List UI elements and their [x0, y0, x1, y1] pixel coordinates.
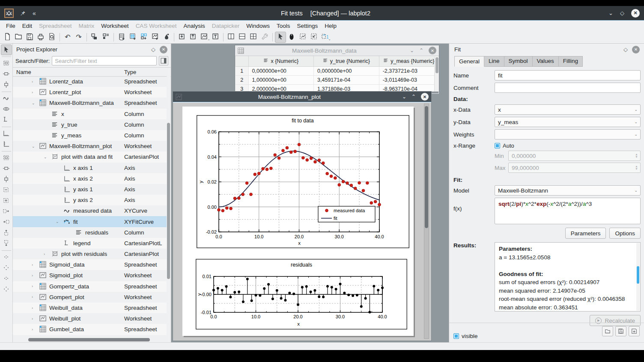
model-combobox[interactable]: Maxwell-Boltzmann⌄: [495, 185, 641, 196]
auto-scale-y-button[interactable]: [1, 174, 12, 185]
text-label-button[interactable]: [210, 32, 221, 43]
tree-row-lorentz_plot[interactable]: ›Lorentz_plotWorksheet: [13, 87, 167, 98]
parameters-button[interactable]: Parameters: [565, 228, 606, 239]
worksheet-view[interactable]: fit to data0.010.020.030.040.0-0.020.000…: [173, 103, 431, 341]
row-number[interactable]: 2: [236, 75, 249, 84]
zoom-x-button[interactable]: [1, 196, 12, 206]
shift-up-button[interactable]: [1, 228, 12, 238]
print-button[interactable]: [35, 32, 46, 43]
scrollbar-thumb[interactable]: [425, 106, 428, 228]
tab-symbol[interactable]: Symbol: [504, 56, 533, 67]
expand-icon[interactable]: ›: [32, 273, 33, 278]
split-horizontal-button[interactable]: [237, 32, 248, 43]
tree-row-y_true[interactable]: y_trueColumn: [13, 119, 167, 130]
expand-icon[interactable]: ›: [44, 252, 45, 256]
tree-row-gumbel_data[interactable]: ›Gumbel_dataSpreadsheet: [13, 324, 167, 335]
window-maximize-icon[interactable]: ⌃: [419, 47, 423, 53]
min-spinbox[interactable]: 0,000000▲▼: [508, 151, 641, 161]
select-mode-button[interactable]: [275, 32, 286, 43]
tree-row-y_meas[interactable]: y_measColumn: [13, 130, 167, 141]
split-vertical-button[interactable]: [226, 32, 237, 43]
worksheet-window[interactable]: Maxwell-Boltzmann_plot ⌄ ⌃ ✕ fit to data…: [173, 91, 432, 341]
expand-icon[interactable]: ›: [32, 295, 33, 299]
plot-residuals[interactable]: residuals0.010.020.030.040.0-0.010.000.0…: [196, 259, 407, 331]
tree-row-lorentz_data[interactable]: ›Lorentz_dataSpreadsheet: [13, 76, 167, 87]
new-matrix-button[interactable]: [127, 32, 138, 43]
corner-header[interactable]: [236, 56, 249, 66]
import-button[interactable]: [176, 32, 188, 43]
tab-line[interactable]: Line: [484, 56, 504, 67]
ydata-combobox[interactable]: y_meas⌄: [495, 117, 641, 127]
worksheet-window-titlebar[interactable]: Maxwell-Boltzmann_plot ⌄ ⌃ ✕: [173, 92, 431, 102]
worksheet-scrollbar[interactable]: [424, 104, 429, 339]
add-x-axis-button[interactable]: [1, 128, 12, 139]
nudge-v-button[interactable]: [1, 284, 12, 295]
tree-row-plot-with-residuals[interactable]: ›plot with residualsCartesianPlot: [13, 249, 167, 259]
open-file-button[interactable]: [13, 32, 24, 43]
scrollbar-thumb[interactable]: [435, 57, 438, 73]
spreadsheet-scrollbar[interactable]: [434, 56, 439, 92]
save-result-button[interactable]: [615, 326, 626, 336]
maximize-icon[interactable]: ◇: [620, 10, 624, 16]
nudge-x-button[interactable]: [1, 252, 12, 263]
name-column-header[interactable]: Name: [13, 69, 124, 75]
navigate-mode-button[interactable]: [286, 32, 297, 43]
tree-row-fit[interactable]: ⌄fitXYFitCurve: [13, 216, 167, 227]
window-close-icon[interactable]: ✕: [429, 47, 436, 54]
close-icon[interactable]: ✕: [631, 9, 640, 18]
print-preview-button[interactable]: [46, 32, 57, 43]
menu-file[interactable]: File: [3, 22, 19, 30]
menu-windows[interactable]: Windows: [243, 22, 273, 30]
options-button[interactable]: Options: [609, 228, 641, 239]
edit-layout-button[interactable]: [259, 32, 270, 43]
grid-layout-button[interactable]: [248, 32, 259, 43]
tree-row-sigmoid_plot[interactable]: ›Sigmoid_plotWorksheet: [13, 270, 167, 281]
collapse-icon[interactable]: ⌄: [56, 220, 59, 224]
filter-options-icon[interactable]: [159, 56, 168, 65]
expand-icon[interactable]: ›: [32, 327, 33, 332]
expand-icon[interactable]: ›: [32, 317, 33, 321]
spreadsheet-window[interactable]: Maxwell-Boltzmann_data ⌄ ⌃ ✕ x {Numeric}…: [235, 45, 439, 92]
comment-field[interactable]: [495, 83, 641, 93]
add-equation-curve-button[interactable]: [1, 104, 12, 115]
window-maximize-icon[interactable]: ⌃: [411, 94, 416, 100]
tree-row-gompert_plot[interactable]: ›Gompert_plotWorksheet: [13, 292, 167, 303]
cell[interactable]: 3,459171e-04: [314, 75, 379, 84]
tree-row-sigmoid_data[interactable]: ›Sigmoid_dataSpreadsheet: [13, 259, 167, 270]
tree-row-maxwell-boltzmann_data[interactable]: ⌄Maxwell-Boltzmann_dataSpreadsheet: [13, 98, 167, 108]
tree-row-gompertz_data[interactable]: ›Gompertz_dataSpreadsheet: [13, 281, 167, 292]
worksheet-paper[interactable]: fit to data0.010.020.030.040.0-0.020.000…: [182, 107, 414, 336]
add-y-axis-button[interactable]: [1, 139, 12, 150]
zoom-fit-button[interactable]: ⌄: [199, 32, 210, 43]
name-field[interactable]: [495, 70, 641, 80]
tree-row-legend[interactable]: legendCartesianPlotL: [13, 238, 167, 249]
expand-icon[interactable]: ›: [32, 284, 33, 288]
float-dock-icon[interactable]: ◇: [151, 46, 155, 53]
explorer-horizontal-scrollbar[interactable]: [16, 338, 165, 341]
new-spreadsheet-button[interactable]: [116, 32, 127, 43]
expand-icon[interactable]: ›: [32, 263, 33, 267]
zoom-area-button[interactable]: [1, 185, 12, 196]
explorer-vertical-scrollbar[interactable]: [167, 76, 170, 336]
tree-row-maxwell-boltzmann_plot[interactable]: ⌄Maxwell-Boltzmann_plotWorksheet: [13, 141, 167, 151]
type-column-header[interactable]: Type: [124, 69, 136, 75]
select-region-mode-button[interactable]: [308, 32, 319, 43]
expand-icon[interactable]: ›: [32, 80, 33, 84]
plot-fit-to-data[interactable]: fit to data0.010.020.030.040.0-0.020.000…: [197, 115, 409, 249]
column-header[interactable]: y_true {Numeric}: [314, 56, 379, 66]
pointer-button[interactable]: [1, 45, 12, 55]
formula-editor[interactable]: sqrt(2/pi)*x^2*exp(-x^2/(2*a^2))/a^3: [495, 198, 641, 224]
fit-results[interactable]: Parameters:a = 13.1565±2.0508 Goodness o…: [495, 242, 641, 312]
new-workbook-button[interactable]: [89, 32, 100, 43]
export-button[interactable]: [188, 32, 199, 43]
collapse-icon[interactable]: ⌄: [32, 144, 35, 148]
new-worksheet-button[interactable]: [149, 32, 161, 43]
tree-row-y-axis-1[interactable]: y axis 1Axis: [13, 184, 167, 195]
add-curve-button[interactable]: [1, 93, 12, 104]
minimize-icon[interactable]: ⌄: [608, 10, 613, 16]
cell[interactable]: 0,000000e+00: [314, 66, 379, 75]
tab-general[interactable]: General: [454, 56, 484, 67]
close-dock-icon[interactable]: ✕: [632, 46, 640, 53]
tree-row-plot-with-data-and-fit[interactable]: ⌄plot with data and fitCartesianPlot: [13, 151, 167, 162]
scrollbar-thumb[interactable]: [28, 338, 150, 341]
